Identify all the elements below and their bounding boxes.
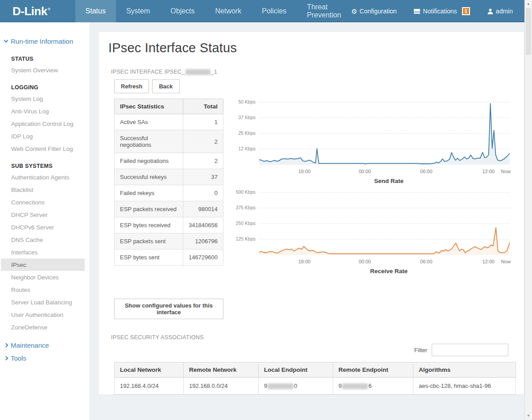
send-rate-title: Send Rate: [233, 178, 519, 187]
sidebar-item-authentication-agents[interactable]: Authentication Agents: [0, 171, 90, 183]
sidebar-expander-maintenance[interactable]: Maintenance: [0, 339, 90, 352]
table-row: ESP packets sent1206796: [115, 233, 223, 250]
sa-header-local-network: Local Network: [115, 362, 184, 378]
interface-label-prefix: IPSEC INTERFACE IPSEC_: [111, 69, 185, 75]
sidebar: Run-time Information STATUS System Overv…: [0, 22, 90, 420]
stat-value: 146729600: [183, 250, 223, 266]
refresh-button[interactable]: Refresh: [114, 79, 149, 93]
ipsec-security-associations-label: IPSEC SECURITY ASSOCIATIONS: [111, 334, 524, 341]
stat-label: Failed rekeys: [115, 185, 183, 201]
sidebar-item-dhcpv6-server[interactable]: DHCPv6 Server: [0, 221, 90, 233]
sidebar-item-blacklist[interactable]: Blacklist: [0, 183, 90, 196]
send-rate-chart: 12 Kbps25 Kbps37 Kbps50 Kbps18:0000:0006…: [233, 99, 519, 187]
endpoint-start: 9: [338, 383, 342, 389]
table-row: Successful rekeys37: [115, 169, 223, 185]
sidebar-item-zonedefense[interactable]: ZoneDefense: [0, 321, 90, 333]
filter-input[interactable]: [432, 344, 508, 356]
sidebar-item-dns-cache[interactable]: DNS Cache: [0, 233, 90, 246]
main-menu: Status System Objects Network Policies T…: [75, 0, 351, 22]
nav-item-status[interactable]: Status: [75, 0, 116, 22]
redacted-text-patch: [186, 69, 210, 75]
stat-value: 980014: [183, 201, 223, 217]
table-row: Failed rekeys0: [115, 185, 223, 201]
stats-header-name: IPsec Statistics: [115, 99, 183, 114]
sidebar-item-neighbor-devices[interactable]: Neighbor Devices: [0, 271, 90, 283]
stat-value: 1: [183, 114, 223, 130]
nav-item-threat-prevention[interactable]: Threat Prevention: [297, 0, 351, 22]
sa-header-remote-network: Remote Network: [184, 362, 259, 378]
tools-label: Tools: [11, 354, 26, 362]
sidebar-item-dhcp-server[interactable]: DHCP Server: [0, 208, 90, 221]
show-configured-values-button[interactable]: Show configured values for this interfac…: [114, 299, 223, 319]
sidebar-item-system-log[interactable]: System Log: [0, 92, 90, 105]
sa-header-local-endpoint: Local Endpoint: [259, 362, 333, 378]
sidebar-item-web-content-filter-log[interactable]: Web Content Filter Log: [0, 142, 90, 155]
stat-label: Successful negotiations: [115, 130, 183, 153]
table-row: Successful negotiations2: [115, 130, 223, 153]
sidebar-item-idp-log[interactable]: IDP Log: [0, 130, 90, 142]
sidebar-item-user-authentication[interactable]: User Authentication: [0, 308, 90, 321]
notifications-button[interactable]: Notifications 1: [414, 7, 470, 15]
sidebar-item-application-control-log[interactable]: Application Control Log: [0, 117, 90, 130]
endpoint-end: 0: [294, 383, 297, 389]
nav-item-network[interactable]: Network: [205, 0, 252, 22]
notifications-count-badge: 1: [462, 7, 470, 15]
user-label: admin: [496, 8, 513, 15]
nav-item-policies[interactable]: Policies: [252, 0, 297, 22]
stat-value: 341840656: [183, 217, 223, 233]
receive-rate-plot: 125 Kbps250 Kbps375 Kbps500 Kbps18:0000:…: [233, 189, 519, 266]
sidebar-header-status: STATUS: [11, 56, 90, 62]
sidebar-item-anti-virus-log[interactable]: Anti-Virus Log: [0, 105, 90, 117]
scrollbar-thumb[interactable]: [526, 8, 531, 55]
notifications-label: Notifications: [423, 8, 457, 15]
top-navigation-bar: D-Link® Status System Objects Network Po…: [0, 0, 524, 22]
stat-value: 2: [183, 153, 223, 169]
table-row: Failed negotiations2: [115, 153, 223, 169]
ipsec-interface-section-label: IPSEC INTERFACE IPSEC_ _1: [111, 69, 524, 75]
interface-label-suffix: _1: [211, 69, 218, 75]
sidebar-item-ipsec[interactable]: IPsec: [1, 258, 85, 271]
stat-label: ESP packets received: [115, 201, 183, 217]
sa-local-endpoint: 90: [259, 378, 333, 395]
table-row: ESP bytes received341840656: [115, 217, 223, 233]
table-row: 192.168.4.0/24 192.168.0.0/24 90 96 aes-…: [115, 378, 516, 395]
security-associations-table: Local Network Remote Network Local Endpo…: [114, 362, 516, 395]
sidebar-item-server-load-balancing[interactable]: Server Load Balancing: [0, 296, 90, 308]
chevron-down-icon: [4, 38, 8, 43]
sidebar-expander-runtime-information[interactable]: Run-time Information: [0, 35, 90, 48]
nav-item-system[interactable]: System: [116, 0, 160, 22]
table-row: ESP packets received980014: [115, 201, 223, 217]
user-menu[interactable]: admin: [487, 8, 513, 15]
stat-label: ESP packets sent: [115, 233, 183, 250]
chevron-right-icon: [4, 343, 8, 348]
sa-local-network: 192.168.4.0/24: [115, 378, 184, 395]
vertical-scrollbar[interactable]: ▲ ▼: [524, 0, 532, 420]
table-row: ESP bytes sent146729600: [115, 250, 223, 266]
endpoint-start: 9: [264, 383, 267, 389]
stat-label: ESP bytes received: [115, 217, 183, 233]
receive-rate-title: Receive Rate: [233, 268, 519, 278]
filter-label: Filter: [414, 347, 427, 353]
sidebar-item-interfaces[interactable]: Interfaces: [0, 246, 90, 258]
menu-lines-icon: [414, 9, 420, 14]
user-icon: [487, 8, 494, 15]
redacted-text-patch: [268, 383, 293, 389]
sidebar-item-system-overview[interactable]: System Overview: [0, 64, 90, 76]
table-row: Active SAs1: [115, 114, 223, 130]
ipsec-statistics-table: IPsec Statistics Total Active SAs1 Succe…: [114, 99, 223, 266]
sidebar-item-routes[interactable]: Routes: [0, 283, 90, 296]
back-button[interactable]: Back: [152, 79, 179, 93]
stat-label: Active SAs: [115, 114, 183, 130]
nav-item-objects[interactable]: Objects: [160, 0, 205, 22]
sidebar-expander-label: Run-time Information: [11, 37, 73, 45]
scroll-down-arrow-icon[interactable]: ▼: [525, 412, 532, 420]
scroll-up-arrow-icon[interactable]: ▲: [525, 0, 532, 8]
sa-remote-network: 192.168.0.0/24: [184, 378, 259, 395]
sidebar-expander-tools[interactable]: Tools: [0, 352, 90, 365]
receive-rate-chart: 125 Kbps250 Kbps375 Kbps500 Kbps18:0000:…: [233, 189, 519, 278]
configuration-button[interactable]: ⚙ Configuration: [351, 8, 397, 15]
sidebar-item-connections[interactable]: Connections: [0, 196, 90, 208]
sidebar-header-sub-systems: SUB SYSTEMS: [11, 163, 90, 169]
gear-icon: ⚙: [351, 8, 357, 15]
sidebar-header-logging: LOGGING: [11, 84, 90, 91]
